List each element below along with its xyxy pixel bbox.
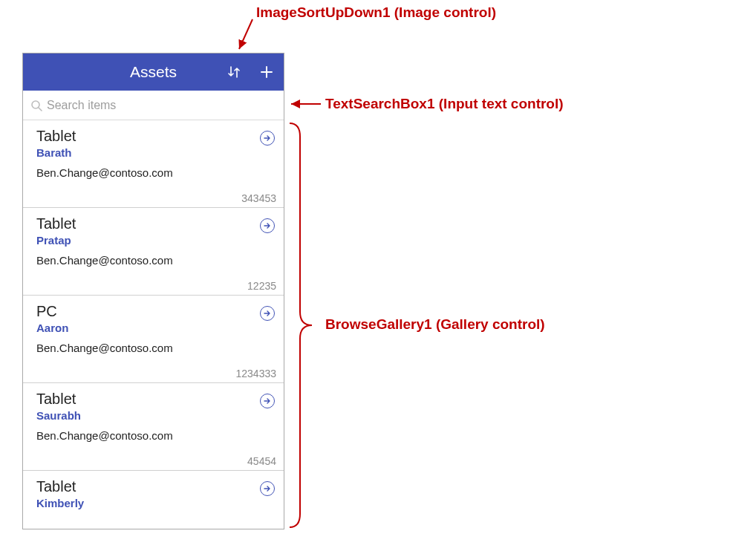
list-item[interactable]: Tablet Pratap Ben.Change@contoso.com 122… <box>23 208 284 296</box>
item-id: 1234333 <box>235 368 276 379</box>
list-item[interactable]: Tablet Kimberly <box>23 471 284 529</box>
list-item[interactable]: PC Aaron Ben.Change@contoso.com 1234333 <box>23 296 284 383</box>
item-title: Tablet <box>36 128 275 145</box>
browse-gallery[interactable]: Tablet Barath Ben.Change@contoso.com 343… <box>23 120 284 529</box>
list-item[interactable]: Tablet Saurabh Ben.Change@contoso.com 45… <box>23 383 284 471</box>
next-arrow-icon[interactable] <box>260 394 275 408</box>
header-title: Assets <box>130 63 177 81</box>
svg-line-3 <box>39 108 42 111</box>
item-email: Ben.Change@contoso.com <box>36 166 275 179</box>
app-screen: Assets Tablet <box>22 53 284 529</box>
item-id: 45454 <box>247 455 276 467</box>
search-row <box>23 91 284 120</box>
add-icon[interactable] <box>255 61 278 83</box>
search-input[interactable] <box>47 99 276 112</box>
annotation-search-box: TextSearchBox1 (Input text control) <box>325 96 564 112</box>
item-subtitle: Kimberly <box>36 497 275 509</box>
annotation-arrow-top <box>238 16 260 52</box>
next-arrow-icon[interactable] <box>260 481 275 496</box>
item-subtitle: Aaron <box>36 322 275 334</box>
item-email: Ben.Change@contoso.com <box>36 342 275 354</box>
next-arrow-icon[interactable] <box>260 131 275 146</box>
annotation-sort-icon: ImageSortUpDown1 (Image control) <box>256 4 496 21</box>
next-arrow-icon[interactable] <box>260 306 275 321</box>
item-title: Tablet <box>36 215 275 232</box>
item-email: Ben.Change@contoso.com <box>36 429 275 442</box>
annotation-gallery: BrowseGallery1 (Gallery control) <box>325 316 545 333</box>
annotation-arrow-search <box>288 98 324 110</box>
sort-icon[interactable] <box>223 61 245 83</box>
item-subtitle: Saurabh <box>36 409 275 422</box>
item-id: 343453 <box>241 192 276 204</box>
annotation-brace <box>288 122 315 529</box>
item-id: 12235 <box>247 280 276 292</box>
item-title: PC <box>36 303 275 320</box>
item-subtitle: Pratap <box>36 234 275 247</box>
app-header: Assets <box>23 53 284 91</box>
item-subtitle: Barath <box>36 146 275 159</box>
item-title: Tablet <box>36 391 275 408</box>
list-item[interactable]: Tablet Barath Ben.Change@contoso.com 343… <box>23 120 284 208</box>
item-email: Ben.Change@contoso.com <box>36 254 275 267</box>
svg-line-0 <box>239 19 252 49</box>
item-title: Tablet <box>36 478 275 495</box>
search-icon <box>30 100 42 111</box>
next-arrow-icon[interactable] <box>260 218 275 233</box>
